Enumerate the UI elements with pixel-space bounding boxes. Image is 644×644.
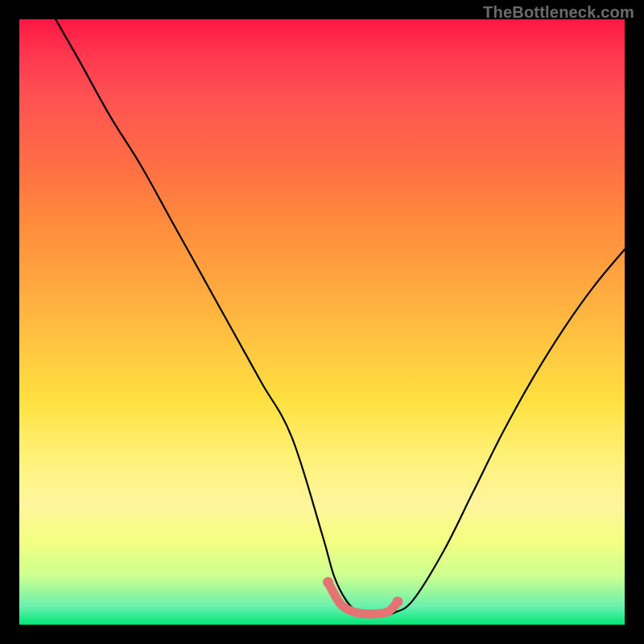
optimal-range-end-dot xyxy=(393,597,403,607)
chart-plot-area xyxy=(19,19,625,625)
chart-frame: TheBottleneck.com xyxy=(0,0,644,644)
chart-svg xyxy=(19,19,625,625)
optimal-range-start-dot xyxy=(323,577,333,588)
bottleneck-curve-line xyxy=(56,19,625,616)
watermark-label: TheBottleneck.com xyxy=(483,3,634,22)
